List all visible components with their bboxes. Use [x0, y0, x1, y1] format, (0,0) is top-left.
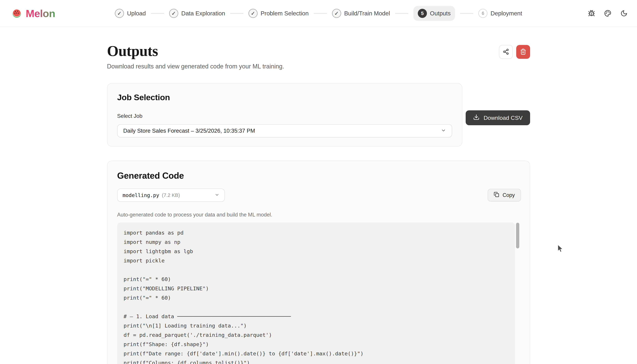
copy-button[interactable]: Copy [488, 189, 521, 202]
bug-report-button[interactable] [588, 10, 595, 17]
moon-icon [620, 10, 627, 17]
step-problem-selection[interactable]: ✓ Problem Selection [248, 9, 309, 18]
step-label: Deployment [491, 10, 522, 17]
job-selection-card: Job Selection Select Job Daily Store Sal… [107, 83, 462, 146]
trash-icon [520, 48, 526, 56]
share-icon [503, 48, 509, 56]
code-content[interactable]: import pandas as pd import numpy as np i… [117, 222, 515, 364]
step-connector [230, 13, 243, 14]
mouse-cursor [556, 244, 565, 252]
page-subtitle: Download results and view generated code… [107, 63, 284, 70]
step-label: Build/Train Model [344, 10, 390, 17]
chevron-down-icon [441, 128, 446, 134]
step-label: Upload [127, 10, 146, 17]
watermelon-logo-icon [12, 8, 22, 18]
file-select[interactable]: modelling.py (7.2 KB) [117, 188, 225, 202]
step-connector [395, 13, 408, 14]
file-name: modelling.py [123, 192, 159, 198]
step-deployment[interactable]: 6 Deployment [478, 9, 522, 18]
code-controls: modelling.py (7.2 KB) Copy [117, 188, 521, 202]
copy-icon [494, 192, 499, 198]
download-csv-button[interactable]: Download CSV [466, 110, 530, 125]
download-csv-label: Download CSV [484, 114, 523, 121]
step-label: Data Exploration [181, 10, 225, 17]
step-connector [460, 13, 473, 14]
check-icon: ✓ [169, 9, 178, 18]
bug-icon [588, 10, 595, 17]
delete-button[interactable] [516, 45, 530, 59]
share-button[interactable] [499, 45, 513, 59]
step-connector [314, 13, 327, 14]
generated-code-title: Generated Code [117, 170, 521, 181]
page-actions [499, 45, 530, 59]
step-label: Problem Selection [261, 10, 309, 17]
check-icon: ✓ [248, 9, 258, 18]
step-upload[interactable]: ✓ Upload [115, 9, 146, 18]
page-title: Outputs [107, 44, 284, 58]
theme-palette-button[interactable] [604, 10, 611, 17]
copy-label: Copy [503, 192, 515, 198]
brand-name: Melon [26, 8, 55, 20]
stepper: ✓ Upload ✓ Data Exploration ✓ Problem Se… [115, 6, 522, 21]
top-nav: Melon ✓ Upload ✓ Data Exploration ✓ Prob… [0, 0, 637, 27]
check-icon: ✓ [115, 9, 124, 18]
step-number: 5 [418, 9, 427, 18]
dark-mode-button[interactable] [620, 10, 627, 17]
brand[interactable]: Melon [12, 8, 55, 20]
check-icon: ✓ [332, 9, 341, 18]
job-select-value: Daily Store Sales Forecast – 3/25/2026, … [123, 128, 255, 134]
file-size: (7.2 KB) [162, 192, 180, 198]
job-selection-section: Job Selection Select Job Daily Store Sal… [107, 83, 530, 146]
job-selection-title: Job Selection [117, 92, 452, 102]
step-label: Outputs [430, 10, 451, 17]
step-number: 6 [478, 9, 487, 18]
step-connector [151, 13, 164, 14]
step-build-train-model[interactable]: ✓ Build/Train Model [332, 9, 390, 18]
generated-code-card: Generated Code modelling.py (7.2 KB) Cop… [107, 161, 530, 364]
page-header: Outputs Download results and view genera… [107, 44, 530, 70]
code-scrollbar-thumb[interactable] [516, 223, 519, 248]
select-job-label: Select Job [117, 113, 452, 119]
job-select[interactable]: Daily Store Sales Forecast – 3/25/2026, … [117, 124, 452, 138]
nav-actions [588, 10, 627, 17]
step-data-exploration[interactable]: ✓ Data Exploration [169, 9, 225, 18]
chevron-down-icon [215, 192, 219, 198]
code-description: Auto-generated code to process your data… [117, 212, 521, 218]
download-icon [473, 114, 480, 122]
code-block: import pandas as pd import numpy as np i… [117, 222, 521, 364]
step-outputs[interactable]: 5 Outputs [413, 6, 455, 21]
outputs-page: Outputs Download results and view genera… [107, 27, 530, 364]
palette-icon [604, 10, 611, 17]
